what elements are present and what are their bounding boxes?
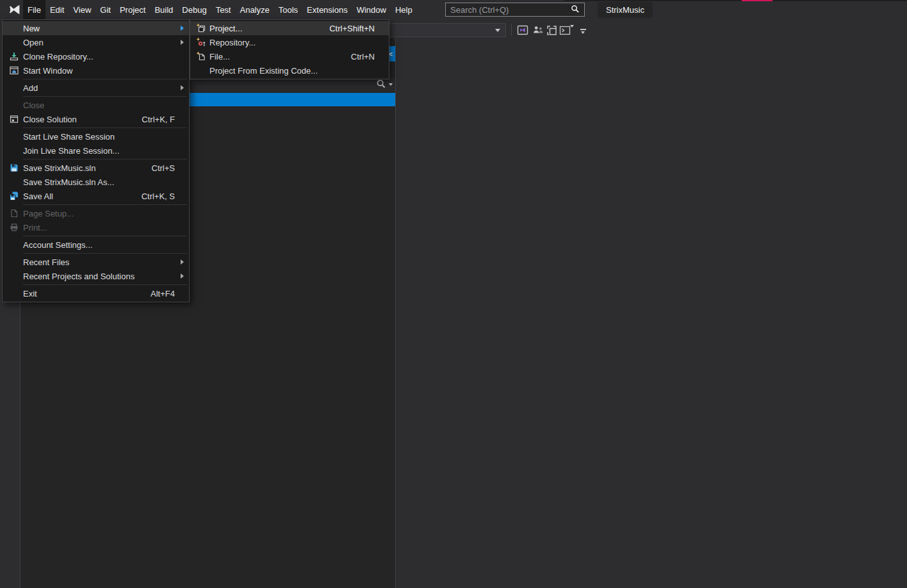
window-title: StrixMusic [598,2,653,18]
print-icon [5,222,23,233]
terminal-dropdown-caret[interactable] [570,28,574,37]
vs-main-window: File Edit View Git Project Build Debug T… [0,0,907,588]
menu-item-label: Exit [23,289,37,298]
menu-item-label: Start Window [23,66,72,76]
file-menu-item-save-solution-as[interactable]: Save StrixMusic.sln As... [3,175,189,189]
menu-separator [23,96,187,97]
menubar-item-edit[interactable]: Edit [45,0,69,19]
new-submenu-item-file[interactable]: File... Ctrl+N [190,49,389,63]
save-all-icon [5,191,23,201]
menubar-item-tools[interactable]: Tools [274,0,302,19]
people-icon [532,25,544,35]
menu-item-label: Close [23,101,44,110]
menubar-item-label: Project [120,5,145,15]
menu-separator [23,159,187,159]
menu-item-shortcut: Ctrl+N [336,52,375,61]
toolbar-overflow-button[interactable] [580,29,586,34]
menu-item-label: Save StrixMusic.sln As... [23,177,114,187]
live-share-people-button[interactable] [531,23,545,37]
menubar-item-debug[interactable]: Debug [177,0,211,19]
file-menu-item-print: Print... [3,220,189,234]
menu-item-label: Account Settings... [23,240,92,250]
menubar-item-project[interactable]: Project [115,0,150,19]
file-menu-item-exit[interactable]: Exit Alt+F4 [3,286,189,300]
file-menu-item-start-live-share[interactable]: Start Live Share Session [3,129,189,143]
menu-item-label: Close Solution [23,115,77,124]
menu-separator [23,236,187,236]
menu-item-label: Project From Existing Code... [209,66,318,76]
menu-separator [23,253,187,254]
file-menu-item-close: Close [3,98,189,112]
search-placeholder: Search (Ctrl+Q) [450,5,571,15]
file-menu-item-close-solution[interactable]: Close Solution Ctrl+K, F [3,112,189,126]
file-menu-item-page-setup: Page Setup... [3,206,189,220]
new-project-icon [193,23,209,33]
file-menu-item-join-live-share[interactable]: Join Live Share Session... [3,143,189,158]
toolbar-separator [511,24,512,36]
new-file-icon [193,51,209,61]
menubar-item-label: File [28,5,41,15]
menubar-item-label: Extensions [307,5,348,15]
menu-item-shortcut: Ctrl+Shift+N [314,24,375,33]
menubar-item-label: Help [395,5,413,15]
menubar-item-label: Window [357,5,386,15]
file-menu-item-recent-projects[interactable]: Recent Projects and Solutions [3,269,189,283]
file-menu-item-start-window[interactable]: Start Window [3,63,189,78]
menubar-item-help[interactable]: Help [391,0,417,19]
menu-item-label: New [23,24,40,33]
menubar-item-analyze[interactable]: Analyze [235,0,274,19]
file-menu-item-new[interactable]: New [3,21,189,35]
search-icon [376,79,386,91]
menubar-item-build[interactable]: Build [150,0,177,19]
menu-separator [23,284,187,285]
menu-separator [23,204,187,205]
menu-item-label: Save StrixMusic.sln [23,163,95,173]
file-menu-item-add[interactable]: Add [3,81,189,95]
chevron-down-icon [570,25,574,37]
menubar-item-view[interactable]: View [69,0,95,19]
new-submenu-item-project[interactable]: Project... Ctrl+Shift+N [190,21,389,35]
vs-logo-window-button[interactable] [516,23,530,37]
menubar-item-extensions[interactable]: Extensions [302,0,352,19]
file-menu-item-save-solution[interactable]: Save StrixMusic.sln Ctrl+S [3,161,189,175]
search-scope-caret[interactable] [389,83,393,86]
new-submenu-item-project-from-existing-code[interactable]: Project From Existing Code... [190,63,389,78]
menubar-item-file[interactable]: File [23,0,45,19]
file-menu-item-open[interactable]: Open [3,35,189,49]
clone-repository-icon [5,51,23,61]
submenu-arrow-icon [175,26,184,31]
menubar-item-window[interactable]: Window [352,0,391,19]
menu-item-label: Recent Projects and Solutions [23,272,135,281]
file-menu-item-account-settings[interactable]: Account Settings... [3,238,189,252]
visual-studio-logo-icon [5,0,23,19]
menubar-item-label: Analyze [240,5,269,15]
chevron-down-icon [495,29,500,32]
file-menu-item-save-all[interactable]: Save All Ctrl+K, S [3,189,189,203]
submenu-arrow-icon [175,259,184,265]
menubar-item-git[interactable]: Git [95,0,115,19]
menu-item-shortcut: Alt+F4 [135,289,175,298]
file-menu-item-clone-repository[interactable]: Clone Repository... [3,49,189,63]
menu-item-shortcut: Ctrl+S [136,163,175,173]
overflow-bar [580,29,586,30]
quick-search-box[interactable]: Search (Ctrl+Q) [445,3,585,17]
menu-item-label: Open [23,38,44,47]
new-submenu: Project... Ctrl+Shift+N Repository... [190,19,389,79]
menubar-item-test[interactable]: Test [211,0,236,19]
menu-item-label: Recent Files [23,257,69,267]
new-submenu-item-repository[interactable]: Repository... [190,35,389,49]
frame-box-button[interactable] [545,23,559,37]
page-setup-icon [5,208,23,218]
menubar-item-label: Edit [50,5,64,15]
chevron-down-icon [581,31,585,34]
file-menu-item-recent-files[interactable]: Recent Files [3,255,189,269]
menubar-item-label: Build [154,5,173,15]
menubar-item-label: Test [216,5,231,15]
menu-item-label: Repository... [209,38,256,47]
menu-item-label: File... [209,52,230,61]
menu-item-label: Start Live Share Session [23,132,115,142]
solution-name: StrixMusic [606,5,644,15]
menubar-item-label: Git [100,5,111,15]
start-window-icon [5,65,23,76]
file-menu: New Open Clone Repository... [2,19,190,302]
